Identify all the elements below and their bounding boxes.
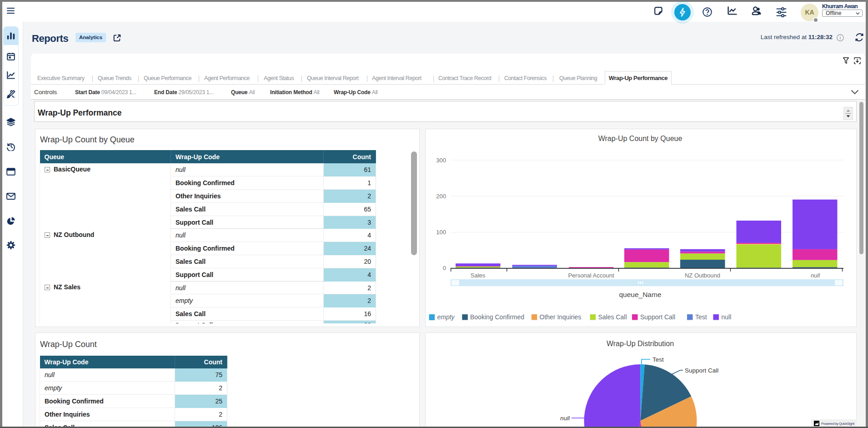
svg-text:0: 0 xyxy=(443,265,446,272)
svg-text:Support Call: Support Call xyxy=(685,367,718,374)
svg-text:Wrap-Up Distribution: Wrap-Up Distribution xyxy=(607,340,674,347)
svg-text:200: 200 xyxy=(436,193,446,200)
svg-text:Test: Test xyxy=(652,356,664,363)
svg-text:null: null xyxy=(811,272,820,279)
svg-text:300: 300 xyxy=(436,157,446,164)
svg-text:Support Call: Support Call xyxy=(640,313,675,321)
svg-text:100: 100 xyxy=(436,229,446,236)
svg-text:Personal Account: Personal Account xyxy=(568,272,614,279)
svg-text:Sales: Sales xyxy=(471,272,486,279)
svg-text:queue_Name: queue_Name xyxy=(619,291,661,298)
svg-text:Wrap-Up Count by Queue: Wrap-Up Count by Queue xyxy=(598,135,682,142)
svg-text:NZ Outbound: NZ Outbound xyxy=(685,272,720,279)
svg-text:Booking Confirmed: Booking Confirmed xyxy=(470,313,524,321)
svg-text:Other Inquiries: Other Inquiries xyxy=(540,313,582,321)
svg-text:empty: empty xyxy=(437,313,455,321)
svg-text:Test: Test xyxy=(695,313,707,321)
svg-text:null: null xyxy=(560,415,570,422)
svg-text:null: null xyxy=(722,313,732,321)
svg-text:Sales Call: Sales Call xyxy=(598,313,627,321)
